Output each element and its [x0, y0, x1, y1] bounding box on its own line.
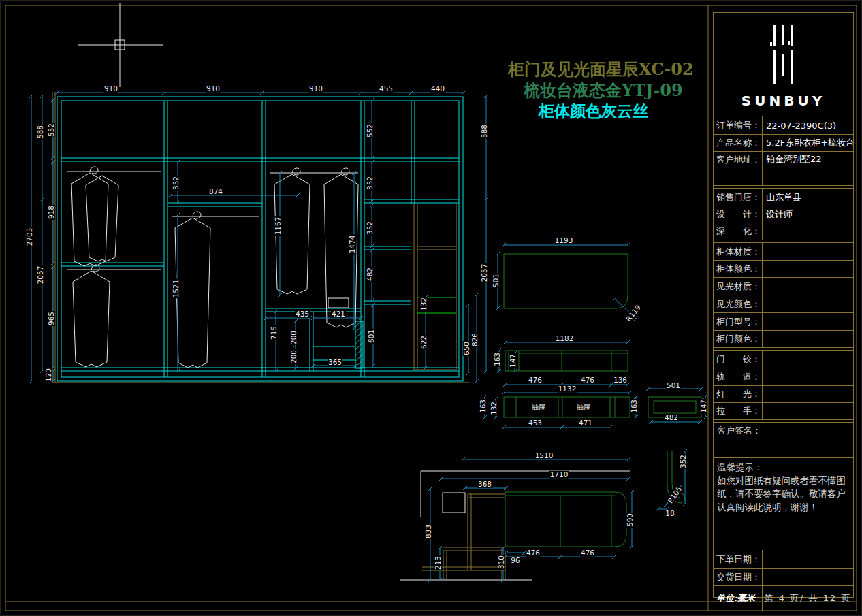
field-label: 下单日期： — [714, 550, 763, 568]
title-block-rows: 订单编号：22-07-2390C(3)产品名称：5.2F东卧衣柜+梳妆台客户地址… — [714, 116, 853, 419]
dresser-finish-note: 梳妆台液态金YTJ-09 — [524, 80, 683, 101]
field-label: 深 化： — [714, 223, 763, 240]
unit-label: 单位:毫米 — [714, 586, 763, 611]
title-block-row: 客户地址：铂金湾别墅22 — [714, 151, 853, 185]
page-indicator: 第 4 页/ 共 12 页 — [763, 586, 853, 611]
footer-row: 单位:毫米 第 4 页/ 共 12 页 — [714, 585, 853, 611]
cad-crosshair — [78, 3, 163, 87]
title-block-row: 产品名称：5.2F东卧衣柜+梳妆台 — [714, 134, 853, 151]
dresser-details — [504, 254, 701, 547]
title-block-row: 柜体材质： — [714, 242, 853, 260]
field-label: 交货日期： — [714, 569, 763, 585]
title-block: SUNBUY 订单编号：22-07-2390C(3)产品名称：5.2F东卧衣柜+… — [713, 12, 854, 598]
title-block-row: 门 铰： — [714, 350, 853, 368]
field-label: 柜门颜色： — [714, 331, 763, 347]
coat-silhouette — [73, 265, 110, 367]
field-label: 柜体颜色： — [714, 261, 763, 277]
field-label: 销售门店： — [714, 189, 763, 206]
field-label: 产品名称： — [714, 135, 763, 151]
coat-silhouette — [71, 167, 108, 266]
field-label: 设 计： — [714, 206, 763, 223]
cad-sheet: 9109109104554402705588205755291896512035… — [0, 0, 862, 616]
field-label: 灯 光： — [714, 386, 763, 402]
field-label: 客户地址： — [714, 152, 763, 185]
logo-wordmark: SUNBUY — [741, 93, 825, 109]
cabinet-color-note: 柜体颜色灰云丝 — [539, 101, 648, 122]
title-block-row: 交货日期： — [714, 568, 853, 585]
title-block-row: 拉 手： — [714, 402, 853, 419]
title-block-row: 销售门店：山东单县 — [714, 188, 853, 206]
title-block-row: 设 计：设计师 — [714, 206, 853, 223]
title-block-row: 见光颜色： — [714, 295, 853, 312]
dimension-lines — [29, 91, 707, 582]
notice-cell: 温馨提示： 如您对图纸有疑问或者看不懂图纸，请不要签字确认。敬请客户认真阅读此说… — [714, 457, 853, 547]
logo-cell: SUNBUY — [714, 13, 853, 116]
field-label: 订单编号： — [714, 116, 763, 134]
field-label: 柜门型号： — [714, 313, 763, 330]
sunbuy-logo-icon — [763, 25, 804, 87]
coat-silhouette — [175, 212, 210, 368]
coat-silhouette — [86, 176, 118, 261]
coat-silhouette — [324, 168, 358, 327]
date-rows: 下单日期：交货日期： — [714, 550, 853, 585]
field-label: 拉 手： — [714, 403, 763, 419]
field-value: 5.2F东卧衣柜+梳妆台 — [763, 137, 853, 149]
field-value: 山东单县 — [763, 191, 853, 204]
field-label: 轨 道： — [714, 368, 763, 385]
field-label: 柜体材质： — [714, 243, 763, 260]
wall-lines — [400, 471, 630, 580]
wardrobe-elevation — [57, 97, 463, 381]
title-block-row: 柜门型号： — [714, 312, 853, 330]
field-value: 铂金湾别墅22 — [763, 152, 853, 165]
customer-signature-cell[interactable]: 客户签名： — [714, 422, 853, 457]
title-block-row: 柜门颜色： — [714, 330, 853, 347]
title-block-row: 柜体颜色： — [714, 260, 853, 277]
field-label: 门 铰： — [714, 351, 763, 368]
field-label: 见光材质： — [714, 278, 763, 295]
title-block-row: 灯 光： — [714, 385, 853, 402]
title-block-row: 下单日期： — [714, 550, 853, 568]
olive-structure — [52, 92, 505, 580]
notice-body: 如您对图纸有疑问或者看不懂图纸，请不要签字确认。敬请客户认真阅读此说明，谢谢！ — [717, 474, 850, 515]
title-block-row: 订单编号：22-07-2390C(3) — [714, 116, 853, 134]
title-block-row: 见光材质： — [714, 277, 853, 295]
hatch-panel — [355, 321, 363, 368]
field-value: 22-07-2390C(3) — [763, 120, 853, 131]
door-finish-note: 柜门及见光面星辰XC-02 — [508, 59, 694, 80]
hanging-rods — [67, 172, 358, 270]
signature-label: 客户签名： — [717, 425, 761, 436]
title-block-row: 轨 道： — [714, 368, 853, 385]
title-block-row: 深 化： — [714, 223, 853, 240]
field-label: 见光颜色： — [714, 295, 763, 312]
notice-title: 温馨提示： — [717, 461, 850, 474]
green-shelf-lines — [417, 297, 456, 313]
field-value: 设计师 — [763, 208, 853, 221]
